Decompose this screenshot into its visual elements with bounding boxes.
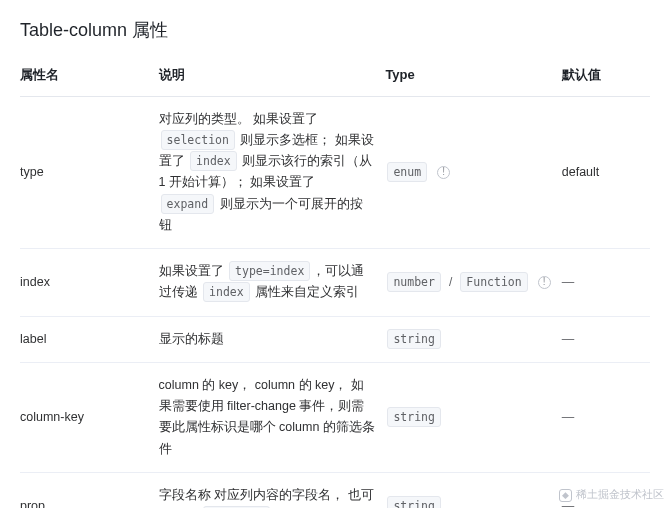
prop-type: string [385,316,561,362]
type-tag: enum [387,162,427,182]
prop-name: prop [20,472,159,508]
type-tag: string [387,329,441,349]
prop-desc: 显示的标题 [159,316,386,362]
prop-default: — [562,249,650,317]
prop-default: default [562,96,650,249]
table-row: prop字段名称 对应列内容的字段名， 也可以使用 property 属性str… [20,472,650,508]
page-title: Table-column 属性 [20,16,650,45]
prop-default: — [562,362,650,472]
properties-table: 属性名 说明 Type 默认值 type对应列的类型。 如果设置了 select… [20,57,650,508]
col-header-desc: 说明 [159,57,386,96]
prop-name: type [20,96,159,249]
prop-name: column-key [20,362,159,472]
table-row: label显示的标题string— [20,316,650,362]
inline-code: index [203,282,250,302]
table-header-row: 属性名 说明 Type 默认值 [20,57,650,96]
prop-type: string [385,472,561,508]
col-header-default: 默认值 [562,57,650,96]
info-icon[interactable]: ! [538,276,551,289]
table-row: column-keycolumn 的 key， column 的 key， 如果… [20,362,650,472]
table-row: type对应列的类型。 如果设置了 selection 则显示多选框； 如果设置… [20,96,650,249]
prop-desc: 对应列的类型。 如果设置了 selection 则显示多选框； 如果设置了 in… [159,96,386,249]
type-separator: / [447,273,454,292]
prop-type: number/Function! [385,249,561,317]
prop-desc: 字段名称 对应列内容的字段名， 也可以使用 property 属性 [159,472,386,508]
prop-name: label [20,316,159,362]
prop-desc: 如果设置了 type=index，可以通过传递 index 属性来自定义索引 [159,249,386,317]
watermark-text: 稀土掘金技术社区 [576,486,664,504]
col-header-type: Type [385,57,561,96]
inline-code: expand [161,194,215,214]
type-tag: string [387,496,441,508]
prop-desc: column 的 key， column 的 key， 如果需要使用 filte… [159,362,386,472]
inline-code: type=index [229,261,310,281]
type-tag: Function [460,272,527,292]
info-icon[interactable]: ! [437,166,450,179]
prop-type: enum! [385,96,561,249]
watermark: ◆ 稀土掘金技术社区 [559,486,664,504]
inline-code: index [190,151,237,171]
prop-type: string [385,362,561,472]
prop-default: — [562,316,650,362]
inline-code: selection [161,130,235,150]
type-tag: string [387,407,441,427]
type-tag: number [387,272,441,292]
col-header-name: 属性名 [20,57,159,96]
prop-name: index [20,249,159,317]
table-row: index如果设置了 type=index，可以通过传递 index 属性来自定… [20,249,650,317]
watermark-icon: ◆ [559,489,572,502]
